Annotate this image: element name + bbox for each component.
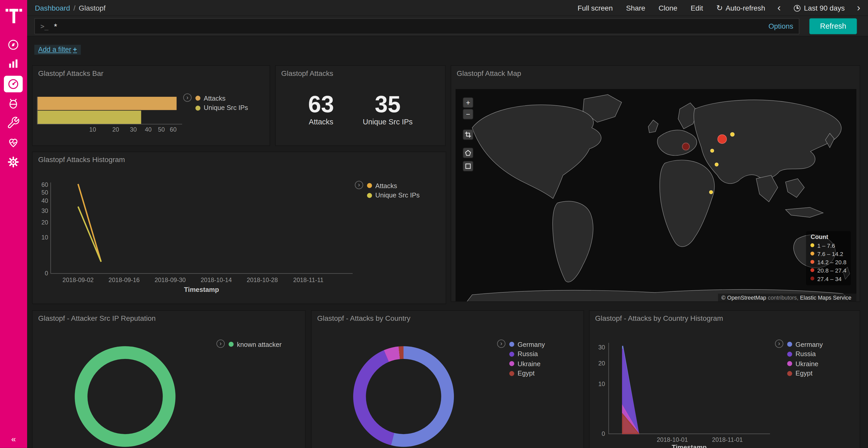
zoom-out-button[interactable]: − [463,109,473,119]
x-axis-tick: 2018-10-28 [247,276,278,283]
metric-value: 35 [363,93,412,116]
legend-item-27.4-34[interactable]: 27.4 – 34 [811,274,846,283]
sidebar-item-monitoring[interactable] [4,134,23,150]
legend-dot [787,351,792,356]
refresh-button[interactable]: Refresh [809,18,857,34]
legend-dot [509,361,514,366]
legend-label: Attacks [204,95,225,102]
legend-toggle-icon[interactable]: › [216,340,225,348]
x-axis-tick: 2018-11-11 [293,276,323,283]
legend-dot [787,361,792,366]
legend-item-ukraine[interactable]: Ukraine [509,359,545,369]
legend-item-ukraine[interactable]: Ukraine [787,359,823,369]
chart-legend: › known attacker [216,340,282,349]
reputation-donut-chart[interactable] [75,346,176,447]
metric-unique-src-ips: 35 Unique Src IPs [363,93,412,126]
legend-dot [509,342,514,347]
sidebar-item-dev-tools[interactable] [4,114,23,131]
add-filter-link[interactable]: Add a filter+ [34,45,81,55]
legend-toggle-icon[interactable]: › [355,181,363,189]
legend-label: Germany [518,340,545,348]
horizontal-bar-chart: 102030405060 [37,97,192,136]
sidebar-item-honeypot[interactable] [4,95,23,112]
query-prompt-icon: >_ [40,23,48,30]
sidebar-item-dashboard[interactable] [4,76,23,92]
auto-refresh-button[interactable]: ↻Auto-refresh [716,3,765,12]
legend-label: Egypt [796,370,812,377]
legend-item-unique-src-ips[interactable]: Unique Src IPs [195,103,248,113]
zoom-in-button[interactable]: + [463,97,473,108]
time-forward-button[interactable]: › [857,3,860,13]
x-axis-tick: 2018-10-14 [201,276,232,283]
legend-item-14.2-20.8[interactable]: 14.2 – 20.8 [811,258,846,266]
panel-title: Glastopf - Attacks by Country [317,314,410,322]
country-donut-chart[interactable] [353,346,454,447]
legend-toggle-icon[interactable]: › [183,94,191,102]
search-input[interactable] [54,22,769,31]
legend-label: 20.8 – 27.4 [817,267,846,274]
legend-label: 1 – 7.6 [817,242,835,249]
world-map[interactable]: + − Count 1 – 7.67.6 – 14.214.2 – 20.820… [456,89,857,302]
time-back-button[interactable]: ‹ [777,3,781,13]
full-screen-button[interactable]: Full screen [578,4,613,12]
edit-button[interactable]: Edit [690,4,703,12]
legend-item-russia[interactable]: Russia [509,349,545,359]
legend-toggle-icon[interactable]: › [497,340,505,348]
y-axis-line [51,182,51,273]
x-axis-tick: 2018-09-02 [63,276,94,283]
telekom-logo[interactable] [5,5,22,26]
rectangle-draw-button[interactable] [463,161,473,172]
legend-dot [509,351,514,356]
bar-attacks[interactable] [37,97,177,110]
map-attack-point[interactable] [730,132,735,137]
legend-item-egypt[interactable]: Egypt [509,369,545,378]
legend-item-russia[interactable]: Russia [787,349,823,359]
y-axis-tick: 20 [34,219,48,226]
map-attack-point[interactable] [717,134,726,143]
wrench-icon [7,116,20,129]
sidebar-item-discover[interactable] [4,36,23,53]
legend-item-known-attacker[interactable]: known attacker [228,340,282,349]
polygon-draw-button[interactable] [463,148,473,158]
legend-toggle-icon[interactable]: › [775,340,783,348]
bar-unique-src-ips[interactable] [37,111,141,124]
legend-item-germany[interactable]: Germany [509,340,545,349]
sidebar-item-visualize[interactable] [4,55,23,72]
crop-tool-button[interactable] [463,129,473,140]
legend-label: Attacks [375,182,397,189]
panel-attacks-by-country-histogram: Glastopf - Attacks by Country Histogram … [589,310,860,448]
legend-item-7.6-14.2[interactable]: 7.6 – 14.2 [811,249,846,257]
panel-title: Glastopf Attack Map [457,69,521,77]
sidebar-item-management[interactable] [4,154,23,170]
double-chevron-left-icon: « [11,434,16,443]
legend-item-20.8-27.4[interactable]: 20.8 – 27.4 [811,266,846,274]
share-button[interactable]: Share [626,4,645,12]
map-attack-point[interactable] [682,143,690,150]
search-input-container[interactable]: >_ Options [34,18,799,34]
map-legend: Count 1 – 7.67.6 – 14.214.2 – 20.820.8 –… [806,231,851,285]
legend-item-attacks[interactable]: Attacks [195,94,248,103]
clone-button[interactable]: Clone [658,4,677,12]
legend-item-1-7.6[interactable]: 1 – 7.6 [811,241,846,249]
time-range-picker[interactable]: Last 90 days [794,4,845,12]
legend-item-germany[interactable]: Germany [787,340,823,349]
elastic-maps-service-link[interactable]: Elastic Maps Service [800,295,851,301]
metric-label: Unique Src IPs [363,118,412,126]
metric-value: 63 [308,93,334,116]
bar-chart-icon [7,57,20,70]
legend-item-unique-src-ips[interactable]: Unique Src IPs [367,191,420,200]
top-nav-bar: Dashboard / Glastopf Full screen Share C… [27,0,868,16]
openstreetmap-link[interactable]: OpenStreetMap [727,295,766,301]
legend-dot [367,183,372,188]
y-axis-tick: 60 [34,181,48,188]
legend-item-egypt[interactable]: Egypt [787,369,823,378]
breadcrumb-dashboard-link[interactable]: Dashboard [35,4,70,12]
legend-dot [811,260,814,264]
query-options-link[interactable]: Options [769,22,793,30]
clock-icon [794,5,801,11]
sidebar-collapse-button[interactable]: « [0,434,27,443]
gear-icon [7,156,20,169]
area-chart-svg [590,311,860,448]
legend-item-attacks[interactable]: Attacks [367,181,420,191]
legend-dot [509,371,514,376]
